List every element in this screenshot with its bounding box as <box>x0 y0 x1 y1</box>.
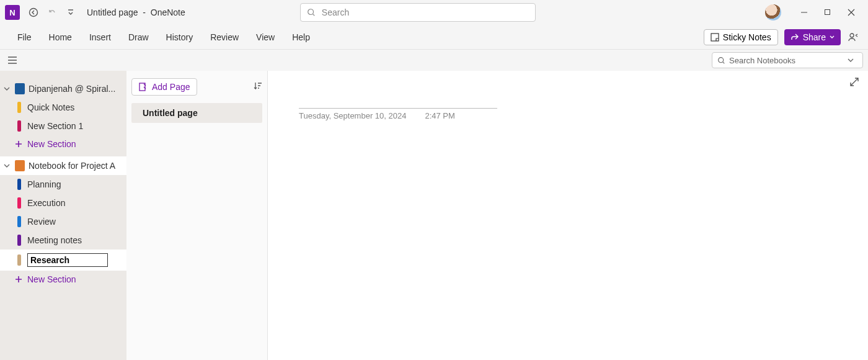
undo-button[interactable] <box>43 4 61 21</box>
svg-rect-3 <box>711 34 719 41</box>
section-label: Review <box>27 217 56 227</box>
plus-icon <box>15 140 22 148</box>
sort-icon <box>254 81 262 90</box>
chevron-down-icon <box>4 86 11 92</box>
title-bar: N Untitled page - OneNote Search <box>0 0 868 25</box>
svg-point-5 <box>719 57 724 62</box>
chevron-down-icon <box>830 35 835 40</box>
section-label: Meeting notes <box>27 235 82 245</box>
close-button[interactable] <box>839 1 863 24</box>
chevron-down-icon <box>848 57 854 63</box>
qat-dropdown[interactable] <box>62 4 79 21</box>
menu-file[interactable]: File <box>9 29 40 46</box>
onenote-logo: N <box>5 5 20 20</box>
chevron-down-icon <box>4 163 11 169</box>
section-color <box>17 179 21 190</box>
sticky-note-icon <box>711 33 719 42</box>
sidebar-toggle[interactable] <box>5 53 20 68</box>
section-label: Quick Notes <box>27 102 74 112</box>
svg-rect-2 <box>825 10 830 15</box>
notebook-icon <box>15 160 25 171</box>
plus-icon <box>15 276 22 283</box>
notebook-name: Dipanjenah @ Spiral... <box>29 84 115 94</box>
search-icon <box>307 8 316 17</box>
svg-point-4 <box>850 34 854 37</box>
section-label: New Section 1 <box>27 121 83 131</box>
user-avatar[interactable] <box>765 4 781 20</box>
main-layout: Dipanjenah @ Spiral... Quick Notes New S… <box>0 71 868 360</box>
notebook-search[interactable]: Search Notebooks <box>712 52 863 68</box>
section-execution[interactable]: Execution <box>0 194 126 212</box>
expand-icon <box>849 77 859 87</box>
search-icon <box>717 56 725 65</box>
expand-canvas-button[interactable] <box>849 77 859 89</box>
note-canvas[interactable]: Tuesday, September 10, 2024 2:47 PM <box>268 71 868 360</box>
menu-help[interactable]: Help <box>283 29 319 46</box>
section-color <box>17 197 21 209</box>
add-page-icon <box>138 83 147 91</box>
svg-point-0 <box>30 9 38 17</box>
notebook-icon <box>15 83 25 94</box>
page-title: Untitled page - OneNote <box>87 7 185 17</box>
page-time: 2:47 PM <box>425 111 454 120</box>
menu-home[interactable]: Home <box>40 29 81 46</box>
maximize-button[interactable] <box>816 1 839 24</box>
sticky-notes-button[interactable]: Sticky Notes <box>704 29 778 45</box>
back-button[interactable] <box>25 4 42 21</box>
section-color <box>17 120 21 132</box>
menu-review[interactable]: Review <box>202 29 247 46</box>
new-section-button-2[interactable]: New Section <box>0 271 126 288</box>
section-quick-notes[interactable]: Quick Notes <box>0 98 126 117</box>
menu-draw[interactable]: Draw <box>120 29 157 46</box>
page-date: Tuesday, September 10, 2024 <box>299 111 406 120</box>
notebook-header-1[interactable]: Dipanjenah @ Spiral... <box>0 79 126 98</box>
section-new-section-1[interactable]: New Section 1 <box>0 117 126 135</box>
share-icon <box>790 33 799 42</box>
page-date-line: Tuesday, September 10, 2024 2:47 PM <box>299 108 497 120</box>
svg-point-1 <box>308 9 314 15</box>
pages-column: Add Page Untitled page <box>126 71 268 360</box>
notebook-sidebar: Dipanjenah @ Spiral... Quick Notes New S… <box>0 71 126 360</box>
notebook-header-2[interactable]: Notebook for Project A <box>0 156 126 175</box>
menu-view[interactable]: View <box>247 29 283 46</box>
section-color <box>17 235 21 246</box>
people-icon[interactable] <box>847 31 859 43</box>
section-planning[interactable]: Planning <box>0 175 126 194</box>
page-item-untitled[interactable]: Untitled page <box>131 103 262 123</box>
sub-bar: Search Notebooks <box>0 50 868 71</box>
share-button[interactable]: Share <box>784 29 841 45</box>
section-color <box>17 254 21 266</box>
notebook-name: Notebook for Project A <box>29 161 115 171</box>
section-color <box>17 102 21 113</box>
new-section-button[interactable]: New Section <box>0 135 126 153</box>
section-label: Execution <box>27 198 65 208</box>
sort-pages-button[interactable] <box>254 81 262 92</box>
minimize-button[interactable] <box>792 1 816 24</box>
section-label: Planning <box>27 179 61 189</box>
section-color <box>17 216 21 227</box>
menu-history[interactable]: History <box>157 29 202 46</box>
menu-insert[interactable]: Insert <box>81 29 120 46</box>
section-name-input[interactable] <box>27 253 108 267</box>
add-page-button[interactable]: Add Page <box>131 78 197 96</box>
section-meeting-notes[interactable]: Meeting notes <box>0 231 126 250</box>
section-review[interactable]: Review <box>0 212 126 231</box>
menu-bar: File Home Insert Draw History Review Vie… <box>0 25 868 50</box>
search-input[interactable]: Search <box>300 3 536 22</box>
section-research-editing[interactable] <box>0 250 126 271</box>
